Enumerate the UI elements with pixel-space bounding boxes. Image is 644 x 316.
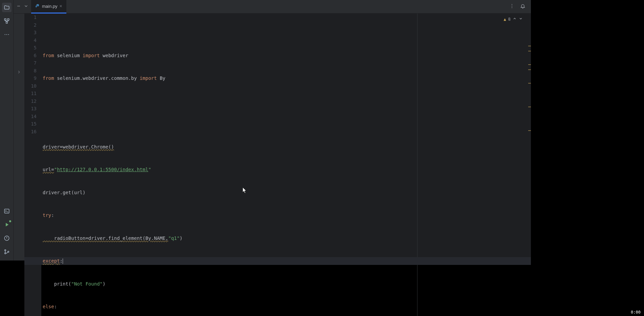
structure-tool-icon[interactable] [2,16,12,26]
more-tool-icon[interactable] [2,30,12,39]
editor-scrollbar[interactable] [527,14,531,316]
terminal-tool-icon[interactable] [2,206,12,216]
next-highlight-icon[interactable] [519,16,523,23]
svg-point-12 [512,4,512,5]
svg-point-11 [37,4,37,5]
tab-options-icon[interactable] [509,3,515,10]
expand-toolwindow-icon[interactable] [17,70,21,80]
svg-point-8 [4,250,6,251]
warning-triangle-icon: ▲ [504,16,506,23]
project-tool-icon[interactable] [2,3,12,12]
code-editor[interactable]: 1 2 3 4 5 6 7 8 9 10 11 12 13 14 [24,14,531,316]
warning-count: 8 [508,16,511,23]
svg-point-9 [4,253,6,254]
svg-rect-2 [6,22,7,23]
expand-tabs-icon[interactable] [24,4,28,10]
run-tool-icon[interactable] [2,220,12,229]
inspections-widget[interactable]: ▲ 8 [504,16,523,23]
svg-point-13 [512,6,512,6]
tab-filename: main.py [42,4,58,9]
svg-rect-6 [4,209,9,213]
left-toolwindow-bar [0,0,14,261]
svg-point-3 [4,34,5,35]
problems-tool-icon[interactable] [2,233,12,243]
project-tool-collapsed [14,14,24,261]
svg-rect-0 [4,19,6,20]
prev-highlight-icon[interactable] [513,16,517,23]
svg-rect-1 [7,19,9,20]
tab-main-py[interactable]: main.py × [31,0,66,14]
svg-point-5 [8,34,9,35]
editor-tabbar: main.py × [14,0,531,14]
code-content[interactable]: ▲ 8 from selenium import webdriver from … [41,14,531,316]
svg-point-4 [6,34,7,35]
text-caret [63,258,63,264]
svg-point-14 [512,7,512,8]
notifications-icon[interactable] [520,3,525,10]
python-file-icon [35,4,40,8]
system-clock: 0:00 [631,310,641,315]
line-number-gutter: 1 2 3 4 5 6 7 8 9 10 11 12 13 14 [24,14,41,316]
tab-close-icon[interactable]: × [60,3,62,9]
vcs-tool-icon[interactable] [2,247,12,256]
minimize-sidebar-icon[interactable] [16,4,21,10]
